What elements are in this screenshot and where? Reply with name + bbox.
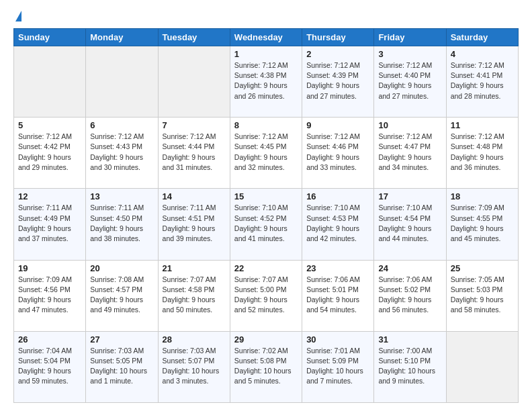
calendar-cell: 21Sunrise: 7:07 AM Sunset: 4:58 PM Dayli… [158,260,230,331]
day-number: 6 [90,120,153,130]
day-info: Sunrise: 7:10 AM Sunset: 4:54 PM Dayligh… [378,203,441,244]
day-number: 22 [234,263,298,273]
calendar-cell: 1Sunrise: 7:12 AM Sunset: 4:38 PM Daylig… [230,46,302,118]
day-info: Sunrise: 7:01 AM Sunset: 5:09 PM Dayligh… [306,346,369,387]
day-number: 8 [234,120,298,130]
calendar-cell: 8Sunrise: 7:12 AM Sunset: 4:45 PM Daylig… [230,118,302,189]
weekday-header-saturday: Saturday [446,29,518,46]
day-number: 13 [90,191,153,201]
calendar-cell: 26Sunrise: 7:04 AM Sunset: 5:04 PM Dayli… [14,331,86,402]
calendar-cell: 14Sunrise: 7:11 AM Sunset: 4:51 PM Dayli… [158,189,230,260]
day-number: 1 [234,49,298,59]
day-number: 23 [306,263,369,273]
calendar-cell: 13Sunrise: 7:11 AM Sunset: 4:50 PM Dayli… [86,189,158,260]
calendar-cell: 5Sunrise: 7:12 AM Sunset: 4:42 PM Daylig… [14,118,86,189]
day-info: Sunrise: 7:00 AM Sunset: 5:10 PM Dayligh… [378,346,441,387]
day-info: Sunrise: 7:12 AM Sunset: 4:39 PM Dayligh… [306,60,369,101]
day-number: 2 [306,49,369,59]
day-info: Sunrise: 7:03 AM Sunset: 5:07 PM Dayligh… [163,346,226,387]
day-info: Sunrise: 7:10 AM Sunset: 4:53 PM Dayligh… [306,203,369,244]
weekday-header-sunday: Sunday [14,29,86,46]
calendar-cell: 6Sunrise: 7:12 AM Sunset: 4:43 PM Daylig… [86,118,158,189]
day-number: 12 [18,191,81,201]
day-info: Sunrise: 7:09 AM Sunset: 4:55 PM Dayligh… [451,203,514,244]
calendar-cell: 22Sunrise: 7:07 AM Sunset: 5:00 PM Dayli… [230,260,302,331]
day-number: 19 [18,263,81,273]
calendar-cell: 19Sunrise: 7:09 AM Sunset: 4:56 PM Dayli… [14,260,86,331]
logo-triangle-icon [15,11,21,21]
day-info: Sunrise: 7:12 AM Sunset: 4:42 PM Dayligh… [18,132,81,173]
day-number: 28 [163,334,226,345]
calendar-cell: 31Sunrise: 7:00 AM Sunset: 5:10 PM Dayli… [374,331,446,402]
day-number: 29 [234,334,298,345]
calendar-week-3: 12Sunrise: 7:11 AM Sunset: 4:49 PM Dayli… [14,189,519,260]
day-number: 4 [451,49,514,59]
day-info: Sunrise: 7:09 AM Sunset: 4:56 PM Dayligh… [18,275,81,316]
day-number: 10 [378,120,441,130]
day-number: 18 [451,191,514,201]
day-info: Sunrise: 7:03 AM Sunset: 5:05 PM Dayligh… [90,346,153,387]
calendar-cell: 3Sunrise: 7:12 AM Sunset: 4:40 PM Daylig… [374,46,446,118]
calendar-cell: 23Sunrise: 7:06 AM Sunset: 5:01 PM Dayli… [302,260,374,331]
day-info: Sunrise: 7:12 AM Sunset: 4:47 PM Dayligh… [378,132,441,173]
day-number: 3 [378,49,441,59]
calendar-cell: 28Sunrise: 7:03 AM Sunset: 5:07 PM Dayli… [158,331,230,402]
calendar-cell: 10Sunrise: 7:12 AM Sunset: 4:47 PM Dayli… [374,118,446,189]
calendar-cell: 15Sunrise: 7:10 AM Sunset: 4:52 PM Dayli… [230,189,302,260]
day-number: 14 [163,191,226,201]
day-number: 20 [90,263,153,273]
day-info: Sunrise: 7:08 AM Sunset: 4:57 PM Dayligh… [90,275,153,316]
day-info: Sunrise: 7:04 AM Sunset: 5:04 PM Dayligh… [18,346,81,387]
calendar-cell [86,46,158,118]
weekday-row: SundayMondayTuesdayWednesdayThursdayFrid… [14,29,519,46]
calendar-cell: 30Sunrise: 7:01 AM Sunset: 5:09 PM Dayli… [302,331,374,402]
day-info: Sunrise: 7:06 AM Sunset: 5:01 PM Dayligh… [306,275,369,316]
page: SundayMondayTuesdayWednesdayThursdayFrid… [0,0,532,411]
header [13,11,519,21]
day-number: 27 [90,334,153,345]
calendar-cell: 9Sunrise: 7:12 AM Sunset: 4:46 PM Daylig… [302,118,374,189]
day-info: Sunrise: 7:11 AM Sunset: 4:49 PM Dayligh… [18,203,81,244]
weekday-header-monday: Monday [86,29,158,46]
day-info: Sunrise: 7:12 AM Sunset: 4:45 PM Dayligh… [234,132,298,173]
day-info: Sunrise: 7:12 AM Sunset: 4:46 PM Dayligh… [306,132,369,173]
calendar-body: 1Sunrise: 7:12 AM Sunset: 4:38 PM Daylig… [14,46,519,403]
weekday-header-tuesday: Tuesday [158,29,230,46]
day-number: 24 [378,263,441,273]
day-info: Sunrise: 7:12 AM Sunset: 4:41 PM Dayligh… [451,60,514,101]
calendar-week-5: 26Sunrise: 7:04 AM Sunset: 5:04 PM Dayli… [14,331,519,402]
calendar-header: SundayMondayTuesdayWednesdayThursdayFrid… [14,29,519,46]
day-number: 21 [163,263,226,273]
calendar-cell: 25Sunrise: 7:05 AM Sunset: 5:03 PM Dayli… [446,260,518,331]
calendar-table: SundayMondayTuesdayWednesdayThursdayFrid… [13,28,519,403]
day-info: Sunrise: 7:10 AM Sunset: 4:52 PM Dayligh… [234,203,298,244]
day-info: Sunrise: 7:11 AM Sunset: 4:51 PM Dayligh… [163,203,226,244]
day-info: Sunrise: 7:07 AM Sunset: 4:58 PM Dayligh… [163,275,226,316]
day-number: 31 [378,334,441,345]
day-info: Sunrise: 7:06 AM Sunset: 5:02 PM Dayligh… [378,275,441,316]
calendar-cell: 24Sunrise: 7:06 AM Sunset: 5:02 PM Dayli… [374,260,446,331]
day-number: 15 [234,191,298,201]
day-info: Sunrise: 7:02 AM Sunset: 5:08 PM Dayligh… [234,346,298,387]
day-info: Sunrise: 7:05 AM Sunset: 5:03 PM Dayligh… [451,275,514,316]
day-info: Sunrise: 7:12 AM Sunset: 4:48 PM Dayligh… [451,132,514,173]
calendar-cell: 18Sunrise: 7:09 AM Sunset: 4:55 PM Dayli… [446,189,518,260]
calendar-week-1: 1Sunrise: 7:12 AM Sunset: 4:38 PM Daylig… [14,46,519,118]
calendar-cell: 4Sunrise: 7:12 AM Sunset: 4:41 PM Daylig… [446,46,518,118]
day-number: 25 [451,263,514,273]
calendar-cell: 17Sunrise: 7:10 AM Sunset: 4:54 PM Dayli… [374,189,446,260]
day-number: 9 [306,120,369,130]
day-info: Sunrise: 7:11 AM Sunset: 4:50 PM Dayligh… [90,203,153,244]
weekday-header-wednesday: Wednesday [230,29,302,46]
calendar-week-4: 19Sunrise: 7:09 AM Sunset: 4:56 PM Dayli… [14,260,519,331]
calendar-cell [14,46,86,118]
day-info: Sunrise: 7:12 AM Sunset: 4:40 PM Dayligh… [378,60,441,101]
calendar-cell: 7Sunrise: 7:12 AM Sunset: 4:44 PM Daylig… [158,118,230,189]
day-number: 17 [378,191,441,201]
day-number: 26 [18,334,81,345]
weekday-header-thursday: Thursday [302,29,374,46]
calendar-cell: 27Sunrise: 7:03 AM Sunset: 5:05 PM Dayli… [86,331,158,402]
calendar-cell [158,46,230,118]
day-number: 16 [306,191,369,201]
day-info: Sunrise: 7:12 AM Sunset: 4:44 PM Dayligh… [163,132,226,173]
